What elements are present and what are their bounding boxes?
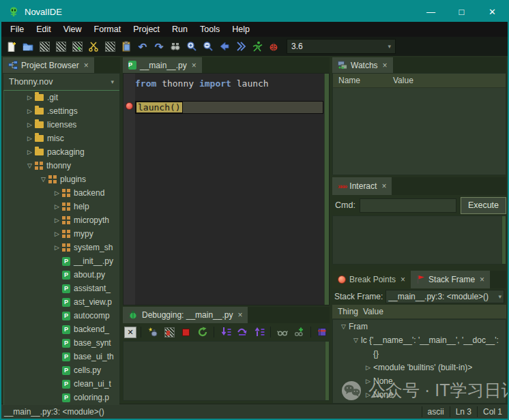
tree-item[interactable]: base_ui_th	[4, 350, 119, 363]
minimize-button[interactable]: —	[416, 1, 446, 22]
run-icon[interactable]	[250, 39, 265, 54]
menu-item-view[interactable]: View	[57, 23, 88, 35]
interact-scrollbar[interactable]	[501, 216, 506, 264]
expand-arrow-icon[interactable]: ▽	[338, 323, 349, 330]
zoom-out-icon[interactable]	[201, 39, 216, 54]
expand-arrow-icon[interactable]: ▽	[25, 162, 35, 169]
tab-close-icon[interactable]: ×	[237, 310, 242, 320]
editor-scrollbar[interactable]	[324, 74, 329, 305]
save-icon[interactable]	[37, 39, 52, 54]
debug-output-scrollbar[interactable]	[325, 342, 329, 400]
tab-close-icon[interactable]: ×	[401, 275, 405, 284]
undo-icon[interactable]: ↶	[135, 39, 150, 54]
tree-item[interactable]: __init__.py	[4, 254, 119, 268]
maximize-button[interactable]: □	[446, 1, 477, 22]
copy-icon[interactable]	[102, 39, 117, 54]
tree-item[interactable]: autocomp	[4, 309, 119, 322]
menu-item-file[interactable]: File	[4, 23, 30, 35]
tab-project-browser[interactable]: Project Browser ×	[3, 57, 94, 73]
cmd-input[interactable]	[360, 198, 456, 213]
tree-item[interactable]: clean_ui_t	[4, 377, 119, 391]
stack-tree-item[interactable]: ▽ lc {'__name__': '__main__', '__doc__':	[333, 333, 506, 347]
save-all-icon[interactable]	[53, 39, 68, 54]
code-editor[interactable]: from thonny import launch launch()	[123, 73, 330, 305]
step-out-icon[interactable]	[252, 325, 266, 340]
tab-stack-frame[interactable]: Stack Frame ×	[411, 271, 490, 288]
restart-debugger-icon[interactable]	[145, 325, 160, 340]
toggle-breakpoint-icon[interactable]	[162, 325, 177, 340]
menu-item-project[interactable]: Project	[127, 23, 166, 35]
tree-item[interactable]: cells.py	[4, 363, 119, 377]
expand-arrow-icon[interactable]: ▷	[52, 203, 62, 210]
redo-icon[interactable]: ↷	[151, 39, 166, 54]
print-icon[interactable]	[70, 39, 85, 54]
navigate-forward-icon[interactable]	[233, 39, 248, 54]
tree-item[interactable]: ▷ packaging	[4, 145, 119, 159]
tab-main-py[interactable]: __main__.py ×	[123, 57, 202, 73]
close-debugger-button[interactable]: ✕	[124, 327, 136, 338]
stack-tree-item[interactable]: ▷ <module 'builtins' (built-in)>	[333, 361, 506, 374]
stack-tree-item[interactable]: {}	[333, 347, 506, 361]
expand-arrow-icon[interactable]: ▷	[25, 135, 35, 142]
column-thing[interactable]: Thing	[332, 307, 363, 316]
tree-item[interactable]: about.py	[4, 268, 119, 282]
column-value[interactable]: Value	[393, 76, 413, 85]
expand-arrow-icon[interactable]: ▷	[363, 364, 373, 371]
stack-tree-item[interactable]: ▽ Fram	[333, 320, 506, 333]
quick-watch-icon[interactable]	[275, 325, 289, 340]
interpreter-combobox[interactable]: 3.6 ▾	[287, 39, 396, 54]
open-file-icon[interactable]	[20, 39, 35, 54]
tree-item[interactable]: ▷ .git	[4, 91, 119, 104]
tree-item[interactable]: ▷ .settings	[4, 104, 119, 118]
menu-item-tools[interactable]: Tools	[194, 23, 226, 35]
tab-close-icon[interactable]: ×	[192, 61, 197, 70]
expand-arrow-icon[interactable]: ▷	[25, 149, 35, 155]
menu-item-edit[interactable]: Edit	[30, 23, 57, 35]
menu-item-help[interactable]: Help	[226, 23, 256, 35]
new-file-icon[interactable]	[4, 39, 19, 54]
debug-output[interactable]	[123, 341, 330, 401]
expand-arrow-icon[interactable]: ▷	[52, 244, 62, 251]
execute-button[interactable]: Execute	[461, 197, 506, 214]
paste-icon[interactable]	[119, 39, 134, 54]
expand-arrow-icon[interactable]: ▽	[351, 337, 361, 344]
tree-item[interactable]: assistant_	[4, 282, 119, 295]
tree-item[interactable]: ▷ mypy	[4, 227, 119, 241]
cut-icon[interactable]	[86, 39, 101, 54]
tab-close-icon[interactable]: ×	[381, 181, 386, 191]
expand-arrow-icon[interactable]: ▷	[52, 190, 62, 196]
step-over-icon[interactable]	[235, 325, 250, 340]
debug-icon[interactable]	[266, 39, 281, 54]
tree-item[interactable]: ▽ thonny	[4, 159, 119, 172]
tab-break-points[interactable]: Break Points ×	[332, 271, 411, 288]
step-into-icon[interactable]	[218, 325, 233, 340]
tab-watchs[interactable]: Watchs ×	[332, 57, 393, 73]
continue-icon[interactable]	[195, 325, 209, 340]
expand-arrow-icon[interactable]: ▷	[52, 217, 62, 224]
tab-close-icon[interactable]: ×	[383, 61, 388, 70]
find-icon[interactable]	[168, 39, 183, 54]
stack-frame-combobox[interactable]: __main__.py:3: <module>() ▾	[386, 290, 504, 303]
navigate-back-icon[interactable]	[217, 39, 232, 54]
tree-item[interactable]: ▷ system_sh	[4, 241, 119, 254]
interact-output[interactable]	[332, 215, 506, 265]
expand-arrow-icon[interactable]: ▷	[25, 94, 35, 101]
tree-item[interactable]: base_synt	[4, 336, 119, 350]
tab-debugging[interactable]: Debugging: __main__.py ×	[123, 307, 248, 323]
tree-item[interactable]: ▷ licenses	[4, 118, 119, 132]
tree-item[interactable]: ▽ plugins	[4, 172, 119, 186]
menu-item-run[interactable]: Run	[166, 23, 194, 35]
expand-arrow-icon[interactable]: ▷	[25, 121, 35, 128]
zoom-in-icon[interactable]	[184, 39, 199, 54]
tree-item[interactable]: ▷ micropyth	[4, 213, 119, 227]
column-name[interactable]: Name	[333, 76, 393, 85]
tab-interact[interactable]: »»» Interact ×	[332, 177, 392, 195]
close-button[interactable]: ✕	[477, 1, 508, 22]
tree-item[interactable]: ▷ misc	[4, 132, 119, 145]
tree-item[interactable]: backend_	[4, 322, 119, 336]
expand-arrow-icon[interactable]: ▷	[25, 108, 35, 115]
menu-item-format[interactable]: Format	[88, 23, 128, 35]
expand-arrow-icon[interactable]: ▽	[38, 176, 48, 183]
tree-item[interactable]: ast_view.p	[4, 295, 119, 309]
column-value[interactable]: Value	[363, 307, 383, 316]
